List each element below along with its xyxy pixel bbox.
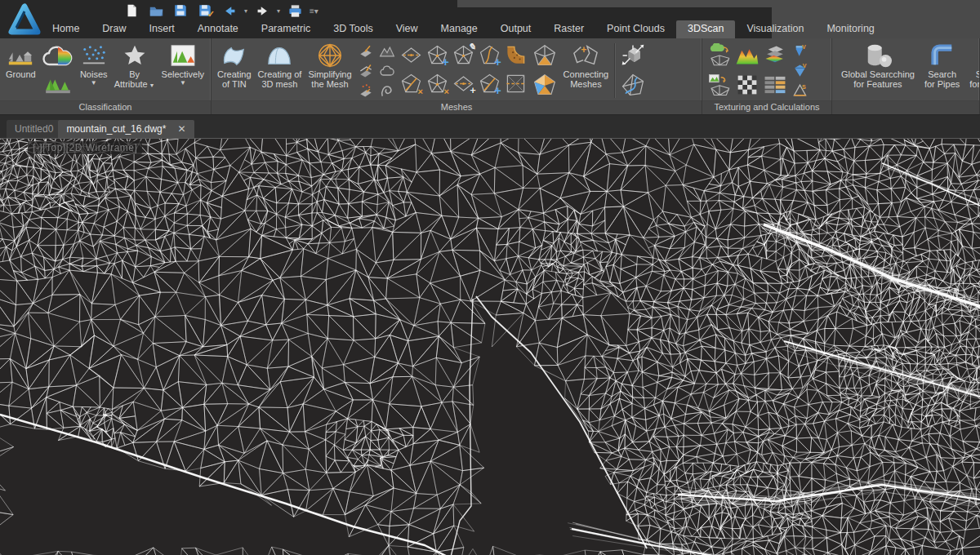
menu-tab-monitoring[interactable]: Monitoring <box>815 20 885 38</box>
cloud-to-mesh-icon <box>707 43 732 68</box>
ground-button[interactable]: Ground <box>3 41 38 80</box>
add-break-line-button[interactable] <box>477 42 502 69</box>
mesh-icon <box>452 73 474 95</box>
open-file-icon[interactable] <box>145 2 167 20</box>
volume-calc-2-button[interactable] <box>790 61 809 80</box>
customize-toolbar-icon[interactable]: ≡▾ <box>310 7 318 16</box>
selective-classify-icon <box>170 42 196 69</box>
terrain-mesh-button[interactable] <box>377 42 397 60</box>
vegetation-button[interactable] <box>42 73 74 95</box>
application-window: ✓ ▾ ▾ ≡▾ Home Draw Insert Annotate Param… <box>0 0 980 555</box>
flatten-mesh-button[interactable] <box>356 61 376 80</box>
smooth-mesh-button[interactable] <box>356 42 376 60</box>
cylinder-sphere-icon <box>862 42 893 69</box>
undo-icon[interactable] <box>219 2 240 20</box>
cloud-outline-button[interactable] <box>377 61 397 80</box>
mesh-diamond-dashed-icon <box>400 44 422 66</box>
document-tab-untitled[interactable]: Untitled0 <box>7 120 61 138</box>
fold-surface-button[interactable] <box>377 81 397 100</box>
chevron-down-icon: ▼ <box>180 80 186 87</box>
search-planes-button[interactable]: Search for Planes <box>967 41 980 90</box>
triangle-s-icon <box>792 82 808 98</box>
ribbon: Ground Noises ▼ By Attribute ▼ <box>0 38 980 115</box>
menu-tab-view[interactable]: View <box>385 20 430 38</box>
move-vertex-button[interactable] <box>451 70 476 97</box>
global-search-features-button[interactable]: Global Searcching for Features <box>839 41 917 90</box>
edge-section-button[interactable] <box>399 42 424 69</box>
mesh-curve-icon <box>479 44 501 66</box>
cloud-icon <box>379 63 395 79</box>
noises-button[interactable]: Noises ▼ <box>78 41 110 87</box>
menu-tab-insert[interactable]: Insert <box>138 20 186 38</box>
by-attribute-label-2: Attribute ▼ <box>114 79 155 89</box>
document-tab-active[interactable]: mountain_cut_16.dwg* <box>58 120 194 138</box>
search-pipes-button[interactable]: Search for Pipes <box>922 41 962 90</box>
texturing-group-label: Texturing and Calculations <box>702 100 831 114</box>
section-plane-button[interactable] <box>503 70 528 97</box>
sharpen-mesh-button[interactable] <box>356 81 376 100</box>
ribbon-group-meshes: Creating of TIN Creating of 3D mesh Simp… <box>212 38 702 114</box>
menu-tab-annotate[interactable]: Annotate <box>186 20 250 38</box>
menu-tab-3d-tools[interactable]: 3D Tools <box>322 20 384 38</box>
menu-tab-visualization[interactable]: Visualization <box>735 20 815 38</box>
menu-tab-home[interactable]: Home <box>41 20 91 38</box>
colorize-heights-button[interactable] <box>733 42 760 69</box>
undo-dropdown-icon[interactable]: ▾ <box>244 7 247 15</box>
menu-tab-parametric[interactable]: Parametric <box>250 20 322 38</box>
simplifying-mesh-button[interactable]: Simplifying the Mesh <box>305 41 354 90</box>
drawing-viewport[interactable]: [-][Top][2D Wireframe] <box>0 139 980 555</box>
image-to-mesh-button[interactable] <box>706 71 733 99</box>
simplifying-label-1: Simplifying <box>308 69 351 79</box>
menu-tab-manage[interactable]: Manage <box>430 20 489 38</box>
connecting-label-1: Connecting <box>564 69 609 79</box>
volume-calc-button[interactable] <box>790 42 809 60</box>
delete-face-button[interactable] <box>425 70 450 97</box>
trace-curve-button[interactable] <box>618 71 648 99</box>
menu-tab-3dscan[interactable]: 3DScan <box>676 20 735 38</box>
close-icon[interactable] <box>177 124 185 134</box>
redo-dropdown-icon[interactable]: ▾ <box>277 7 280 15</box>
checker-texture-button[interactable] <box>733 71 760 99</box>
add-vertex-button[interactable] <box>477 70 502 97</box>
paint-mesh-button[interactable] <box>530 71 559 99</box>
save-as-icon[interactable]: ✓ <box>194 2 216 20</box>
save-icon[interactable] <box>170 2 191 20</box>
redo-icon[interactable] <box>252 2 273 20</box>
menu-tab-draw[interactable]: Draw <box>91 20 137 38</box>
selectively-button[interactable]: Selectively ▼ <box>159 41 207 87</box>
new-file-icon[interactable] <box>121 2 142 20</box>
menu-tab-point-clouds[interactable]: Point Clouds <box>595 20 676 38</box>
edit-face-button[interactable] <box>451 42 476 69</box>
search-planes-label-1: Search <box>976 69 980 79</box>
sharpen-tool-icon <box>358 82 374 99</box>
menu-tab-output[interactable]: Output <box>489 20 543 38</box>
patch-hole-button[interactable] <box>503 42 528 69</box>
wireframe-mesh-canvas[interactable] <box>0 139 980 555</box>
slope-calc-button[interactable] <box>790 81 809 100</box>
creating-tin-button[interactable]: Creating of TIN <box>215 41 254 90</box>
connecting-meshes-button[interactable]: Connecting Meshes <box>561 41 612 90</box>
creating-3d-mesh-button[interactable]: Creating of 3D mesh <box>256 41 305 90</box>
selectively-label: Selectively <box>162 69 205 79</box>
checkerboard-icon <box>737 74 758 95</box>
classification-group-label: Classification <box>0 100 211 114</box>
mesh-icon <box>426 73 448 95</box>
fill-triangle-button[interactable] <box>530 42 559 69</box>
viewport-controls-label[interactable]: [-][Top][2D Wireframe] <box>28 141 142 154</box>
by-attribute-button[interactable]: By Attribute ▼ <box>112 41 158 90</box>
delete-edge-button[interactable] <box>399 70 424 97</box>
layers-button[interactable] <box>761 42 788 69</box>
table-calc-button[interactable] <box>761 71 788 99</box>
add-face-button[interactable] <box>425 42 450 69</box>
colored-mountains-icon <box>735 45 760 67</box>
menu-tab-raster[interactable]: Raster <box>542 20 595 38</box>
cloud-to-mesh-button[interactable] <box>706 42 733 69</box>
ground-icon <box>7 42 34 69</box>
move-3d-button[interactable] <box>618 42 648 69</box>
chevron-down-icon: ▼ <box>148 82 155 88</box>
mesh-icon <box>452 44 474 66</box>
layers-icon <box>763 44 787 67</box>
classify-cloud-button[interactable] <box>40 42 76 71</box>
ground-label: Ground <box>6 69 36 79</box>
print-icon[interactable] <box>284 2 305 20</box>
